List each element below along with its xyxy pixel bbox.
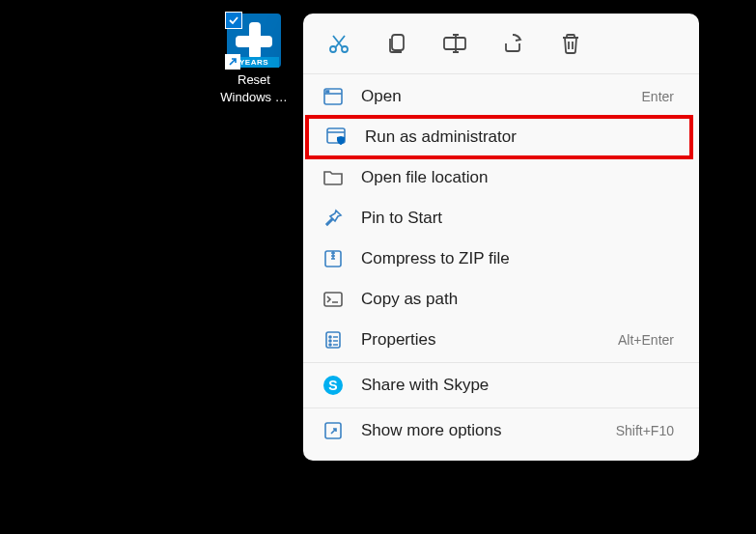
menu-item-copy-as-path[interactable]: Copy as path xyxy=(303,279,699,320)
share-icon[interactable] xyxy=(500,31,525,56)
shortcut-app-icon: YEARS xyxy=(227,14,281,68)
desktop-shortcut[interactable]: YEARS ResetWindows … xyxy=(210,14,297,105)
menu-divider xyxy=(303,362,699,363)
menu-item-label: Show more options xyxy=(361,421,599,440)
selected-check-badge xyxy=(225,12,242,29)
skype-icon: S xyxy=(322,375,344,396)
pin-icon xyxy=(322,208,344,229)
menu-divider xyxy=(303,408,699,408)
quick-action-bar xyxy=(303,21,699,71)
path-icon xyxy=(322,289,344,310)
menu-item-compress-zip[interactable]: Compress to ZIP file xyxy=(303,239,699,279)
properties-icon xyxy=(322,329,344,351)
menu-item-hotkey: Shift+F10 xyxy=(616,423,674,438)
zip-icon xyxy=(322,248,344,269)
svg-rect-5 xyxy=(326,91,329,93)
menu-item-hotkey: Enter xyxy=(642,89,674,104)
folder-icon xyxy=(322,167,344,188)
svg-point-0 xyxy=(330,46,336,52)
svg-rect-2 xyxy=(392,35,404,50)
cut-icon[interactable] xyxy=(326,31,351,56)
menu-item-label: Properties xyxy=(361,330,601,350)
shortcut-overlay-icon xyxy=(225,54,240,70)
svg-point-12 xyxy=(329,344,331,346)
menu-item-run-as-administrator[interactable]: Run as administrator xyxy=(307,117,691,157)
menu-item-open-file-location[interactable]: Open file location xyxy=(303,157,699,198)
delete-icon[interactable] xyxy=(558,31,583,56)
copy-icon[interactable] xyxy=(384,31,409,56)
svg-text:S: S xyxy=(328,378,337,393)
app-window-icon xyxy=(322,86,344,107)
menu-item-label: Compress to ZIP file xyxy=(361,249,674,268)
shortcut-label: ResetWindows … xyxy=(220,71,287,105)
rename-icon[interactable] xyxy=(442,31,467,56)
svg-rect-8 xyxy=(324,293,342,306)
menu-item-share-skype[interactable]: S Share with Skype xyxy=(303,365,699,406)
more-options-icon xyxy=(322,420,344,441)
menu-item-open[interactable]: Open Enter xyxy=(303,76,699,117)
menu-item-label: Open xyxy=(361,87,625,106)
menu-item-label: Run as administrator xyxy=(365,127,649,147)
menu-item-properties[interactable]: Properties Alt+Enter xyxy=(303,320,699,360)
menu-item-show-more-options[interactable]: Show more options Shift+F10 xyxy=(303,410,699,451)
menu-item-pin-to-start[interactable]: Pin to Start xyxy=(303,198,699,239)
svg-point-1 xyxy=(342,46,348,52)
svg-point-10 xyxy=(329,336,331,338)
menu-item-label: Copy as path xyxy=(361,290,674,309)
context-menu: Open Enter Run as administrator Open fil… xyxy=(303,14,699,461)
menu-item-label: Share with Skype xyxy=(361,376,674,395)
menu-item-label: Open file location xyxy=(361,168,674,187)
svg-point-11 xyxy=(329,340,331,342)
menu-item-label: Pin to Start xyxy=(361,209,674,228)
svg-rect-3 xyxy=(444,38,465,49)
menu-divider xyxy=(303,73,699,74)
shield-icon xyxy=(326,126,348,148)
menu-item-hotkey: Alt+Enter xyxy=(618,332,674,348)
